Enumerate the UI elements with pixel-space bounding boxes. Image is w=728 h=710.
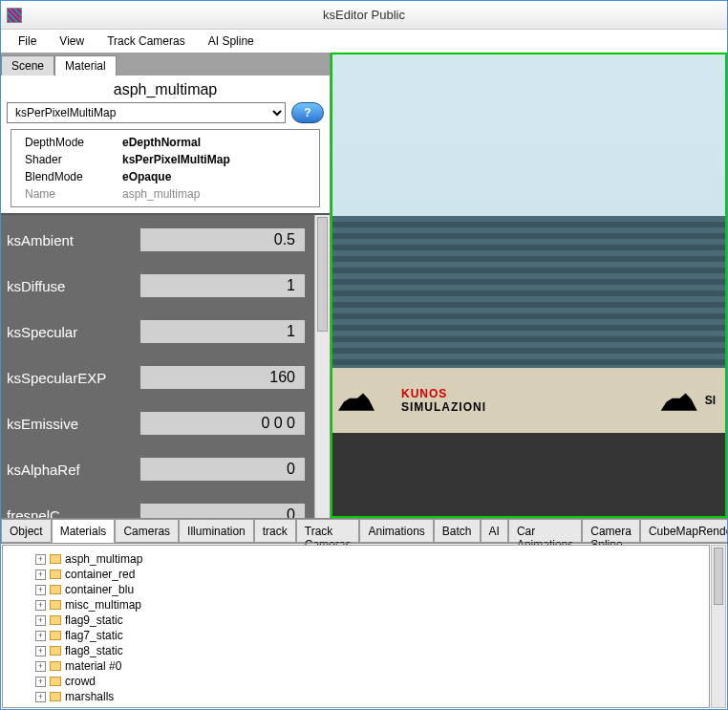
tab-scene[interactable]: Scene bbox=[1, 55, 54, 75]
btab-track[interactable]: track bbox=[254, 519, 296, 543]
tree-label: flag8_static bbox=[65, 644, 123, 657]
property-scrollbar[interactable] bbox=[314, 215, 330, 518]
tree-label: asph_multimap bbox=[65, 552, 142, 566]
name-label: Name bbox=[17, 185, 122, 203]
expand-icon[interactable]: + bbox=[35, 631, 46, 641]
help-icon: ? bbox=[304, 106, 310, 119]
scrollbar-thumb[interactable] bbox=[317, 217, 328, 332]
tree-item[interactable]: +flag9_static bbox=[7, 613, 705, 628]
expand-icon[interactable]: + bbox=[35, 707, 46, 709]
menu-view[interactable]: View bbox=[48, 31, 96, 52]
expand-icon[interactable]: + bbox=[35, 692, 46, 702]
btab-materials[interactable]: Materials bbox=[52, 519, 116, 543]
btab-object[interactable]: Object bbox=[1, 519, 52, 543]
tree-item[interactable]: +crowd bbox=[7, 674, 705, 689]
folder-icon bbox=[50, 646, 61, 656]
expand-icon[interactable]: + bbox=[35, 661, 46, 672]
prop-label: ksSpecular bbox=[7, 324, 140, 340]
menu-track-cameras[interactable]: Track Cameras bbox=[96, 31, 197, 52]
tree-item[interactable]: +misc_alpha_blend bbox=[7, 704, 705, 708]
tree-label: misc_multimap bbox=[65, 598, 141, 612]
blendmode-label: BlendMode bbox=[17, 168, 122, 185]
window-title: ksEditor Public bbox=[323, 8, 405, 22]
folder-icon bbox=[50, 615, 61, 625]
wall-logo: KUNOSSIMULAZIONI bbox=[401, 387, 486, 414]
folder-icon bbox=[50, 661, 61, 671]
cat-logo-icon bbox=[661, 388, 699, 413]
tab-material[interactable]: Material bbox=[54, 55, 117, 75]
tree-label: container_red bbox=[65, 568, 135, 581]
menu-ai-spline[interactable]: AI Spline bbox=[197, 31, 266, 52]
material-name-heading: asph_multimap bbox=[1, 75, 330, 100]
folder-icon bbox=[50, 585, 61, 594]
expand-icon[interactable]: + bbox=[35, 600, 46, 611]
folder-icon bbox=[50, 631, 61, 640]
folder-icon bbox=[50, 677, 61, 686]
tree-label: material #0 bbox=[65, 659, 121, 673]
depthmode-label: DepthMode bbox=[17, 134, 122, 151]
folder-icon bbox=[50, 600, 61, 610]
prop-value-input[interactable]: 1 bbox=[140, 320, 305, 343]
name-value: asph_multimap bbox=[122, 185, 200, 203]
tree-item[interactable]: +misc_multimap bbox=[7, 597, 705, 613]
menu-file[interactable]: File bbox=[7, 31, 48, 52]
tree-label: crowd bbox=[65, 675, 96, 688]
expand-icon[interactable]: + bbox=[35, 615, 46, 626]
blendmode-value: eOpaque bbox=[122, 168, 171, 185]
prop-value-input[interactable]: 0 bbox=[140, 458, 305, 481]
btab-illumination[interactable]: Illumination bbox=[179, 519, 254, 543]
viewport-3d[interactable]: KUNOSSIMULAZIONI SI bbox=[331, 53, 727, 518]
tree-label: container_blu bbox=[65, 583, 134, 596]
shader-value: ksPerPixelMultiMap bbox=[122, 151, 230, 168]
help-button[interactable]: ? bbox=[291, 102, 324, 123]
btab-batch[interactable]: Batch bbox=[434, 519, 481, 543]
expand-icon[interactable]: + bbox=[35, 646, 46, 656]
tree-item[interactable]: +material #0 bbox=[7, 658, 705, 674]
prop-label: ksSpecularEXP bbox=[7, 370, 140, 386]
tree-scrollbar[interactable] bbox=[711, 545, 726, 708]
material-info-box: DepthModeeDepthNormal ShaderksPerPixelMu… bbox=[11, 129, 320, 207]
titlebar: ksEditor Public bbox=[1, 1, 727, 30]
prop-value-input[interactable]: 160 bbox=[140, 366, 305, 389]
bottom-tabs: Object Materials Cameras Illumination tr… bbox=[1, 518, 727, 543]
btab-cubemap-renderer[interactable]: CubeMapRenderer bbox=[640, 519, 728, 543]
prop-value-input[interactable]: 0.5 bbox=[140, 228, 305, 251]
tree-item[interactable]: +container_blu bbox=[7, 582, 705, 597]
folder-icon bbox=[50, 554, 61, 564]
folder-icon bbox=[50, 570, 61, 579]
tree-body: +asph_multimap +container_red +container… bbox=[2, 545, 710, 708]
btab-car-animations[interactable]: Car Animations bbox=[508, 519, 582, 543]
expand-icon[interactable]: + bbox=[35, 677, 46, 687]
tree-item[interactable]: +marshalls bbox=[7, 689, 705, 704]
shader-label: Shader bbox=[17, 151, 122, 168]
btab-cameras[interactable]: Cameras bbox=[115, 519, 179, 543]
btab-track-cameras[interactable]: Track Cameras bbox=[296, 519, 360, 543]
scrollbar-thumb[interactable] bbox=[714, 548, 723, 605]
tree-label: flag7_static bbox=[65, 629, 123, 642]
depthmode-value: eDepthNormal bbox=[122, 134, 201, 151]
main-area: Scene Material asph_multimap ksPerPixelM… bbox=[1, 53, 727, 518]
property-list: ksAmbient0.5 ksDiffuse1 ksSpecular1 ksSp… bbox=[1, 213, 330, 518]
prop-value-input[interactable]: 0 0 0 bbox=[140, 412, 305, 435]
tree-label: marshalls bbox=[65, 690, 114, 703]
tree-item[interactable]: +asph_multimap bbox=[7, 551, 705, 567]
expand-icon[interactable]: + bbox=[35, 570, 46, 580]
app-icon bbox=[7, 8, 22, 23]
menubar: File View Track Cameras AI Spline bbox=[1, 30, 727, 53]
tree-item[interactable]: +container_red bbox=[7, 567, 705, 582]
btab-camera-spline[interactable]: Camera Spline bbox=[582, 519, 640, 543]
tree-label: flag9_static bbox=[65, 613, 123, 627]
shader-select[interactable]: ksPerPixelMultiMap bbox=[7, 102, 286, 123]
btab-ai[interactable]: AI bbox=[481, 519, 508, 543]
btab-animations[interactable]: Animations bbox=[359, 519, 433, 543]
prop-value-input[interactable]: 1 bbox=[140, 274, 305, 297]
folder-icon bbox=[50, 707, 61, 708]
expand-icon[interactable]: + bbox=[35, 554, 46, 565]
tree-item[interactable]: +flag8_static bbox=[7, 643, 705, 658]
prop-value-input[interactable]: 0 bbox=[140, 504, 305, 518]
tree-item[interactable]: +flag7_static bbox=[7, 628, 705, 643]
expand-icon[interactable]: + bbox=[35, 585, 46, 595]
prop-label: ksAlphaRef bbox=[7, 462, 140, 478]
viewport-wall: KUNOSSIMULAZIONI SI bbox=[332, 368, 725, 433]
prop-label: ksEmissive bbox=[7, 416, 140, 432]
